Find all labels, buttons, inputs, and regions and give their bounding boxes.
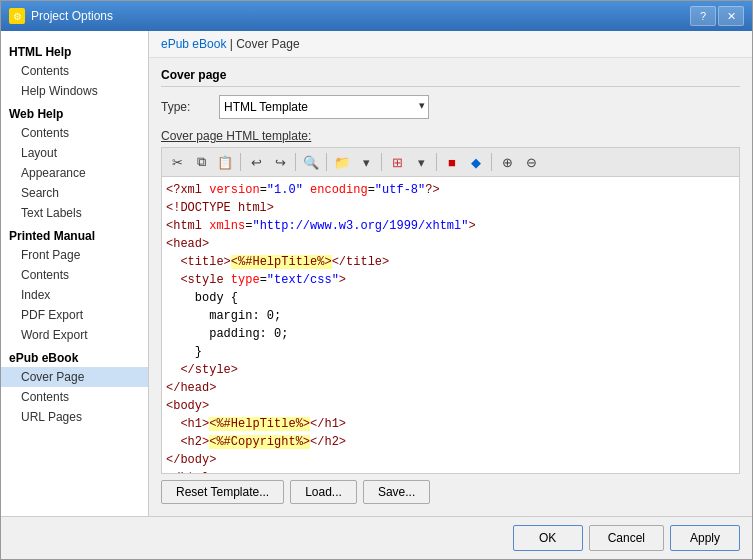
toolbar-paste[interactable]: 📋 — [214, 151, 236, 173]
code-toolbar: ✂ ⧉ 📋 ↩ ↪ 🔍 📁 ▾ ⊞ ▾ ■ ◆ — [161, 147, 740, 176]
sidebar-item-url-pages[interactable]: URL Pages — [1, 407, 148, 427]
footer: OK Cancel Apply — [1, 516, 752, 559]
type-select[interactable]: HTML Template — [219, 95, 429, 119]
cancel-button[interactable]: Cancel — [589, 525, 664, 551]
toolbar-diamond[interactable]: ◆ — [465, 151, 487, 173]
sidebar: HTML Help Contents Help Windows Web Help… — [1, 31, 149, 516]
sidebar-group-epub: ePub eBook — [1, 345, 148, 367]
sidebar-item-appearance[interactable]: Appearance — [1, 163, 148, 183]
ok-button[interactable]: OK — [513, 525, 583, 551]
app-icon: ⚙ — [9, 8, 25, 24]
type-label: Type: — [161, 100, 211, 114]
tb-sep-4 — [381, 153, 382, 171]
tb-sep-5 — [436, 153, 437, 171]
code-container[interactable]: <?xml version="1.0" encoding="utf-8"?> <… — [161, 176, 740, 474]
sidebar-item-epub-contents[interactable]: Contents — [1, 387, 148, 407]
tb-sep-2 — [295, 153, 296, 171]
toolbar-redo[interactable]: ↪ — [269, 151, 291, 173]
title-bar-buttons: ? ✕ — [690, 6, 744, 26]
load-button[interactable]: Load... — [290, 480, 357, 504]
sidebar-item-cover-page[interactable]: Cover Page — [1, 367, 148, 387]
sidebar-item-search[interactable]: Search — [1, 183, 148, 203]
sidebar-item-help-windows[interactable]: Help Windows — [1, 81, 148, 101]
sidebar-group-printed-manual: Printed Manual — [1, 223, 148, 245]
breadcrumb-parent[interactable]: ePub eBook — [161, 37, 226, 51]
reset-template-button[interactable]: Reset Template... — [161, 480, 284, 504]
sidebar-group-html-help: HTML Help — [1, 39, 148, 61]
window-title: Project Options — [31, 9, 684, 23]
sidebar-item-text-labels[interactable]: Text Labels — [1, 203, 148, 223]
template-buttons: Reset Template... Load... Save... — [161, 474, 740, 506]
sidebar-item-pdf-export[interactable]: PDF Export — [1, 305, 148, 325]
title-bar: ⚙ Project Options ? ✕ — [1, 1, 752, 31]
sidebar-group-web-help: Web Help — [1, 101, 148, 123]
toolbar-zoom-out[interactable]: ⊖ — [520, 151, 542, 173]
sidebar-item-html-contents[interactable]: Contents — [1, 61, 148, 81]
sidebar-item-word-export[interactable]: Word Export — [1, 325, 148, 345]
toolbar-find[interactable]: 🔍 — [300, 151, 322, 173]
save-button[interactable]: Save... — [363, 480, 430, 504]
main-content: HTML Help Contents Help Windows Web Help… — [1, 31, 752, 516]
sidebar-item-printed-contents[interactable]: Contents — [1, 265, 148, 285]
toolbar-undo[interactable]: ↩ — [245, 151, 267, 173]
toolbar-zoom-in[interactable]: ⊕ — [496, 151, 518, 173]
close-button[interactable]: ✕ — [718, 6, 744, 26]
section-title: Cover page — [161, 68, 740, 87]
toolbar-open-dropdown[interactable]: ▾ — [355, 151, 377, 173]
sidebar-item-front-page[interactable]: Front Page — [1, 245, 148, 265]
main-window: ⚙ Project Options ? ✕ HTML Help Contents… — [0, 0, 753, 560]
tb-sep-1 — [240, 153, 241, 171]
template-label: Cover page HTML template: — [161, 129, 740, 143]
toolbar-grid-dropdown[interactable]: ▾ — [410, 151, 432, 173]
toolbar-grid[interactable]: ⊞ — [386, 151, 408, 173]
help-button[interactable]: ? — [690, 6, 716, 26]
toolbar-open[interactable]: 📁 — [331, 151, 353, 173]
tb-sep-6 — [491, 153, 492, 171]
sidebar-item-web-contents[interactable]: Contents — [1, 123, 148, 143]
sidebar-item-index[interactable]: Index — [1, 285, 148, 305]
code-area: <?xml version="1.0" encoding="utf-8"?> <… — [162, 177, 739, 474]
tb-sep-3 — [326, 153, 327, 171]
type-select-wrapper: HTML Template — [219, 95, 429, 119]
right-panel: ePub eBook | Cover Page Cover page Type:… — [149, 31, 752, 516]
panel-content: Cover page Type: HTML Template Cover pag… — [149, 58, 752, 516]
apply-button[interactable]: Apply — [670, 525, 740, 551]
breadcrumb-current: Cover Page — [236, 37, 299, 51]
breadcrumb: ePub eBook | Cover Page — [149, 31, 752, 58]
toolbar-red[interactable]: ■ — [441, 151, 463, 173]
type-row: Type: HTML Template — [161, 95, 740, 119]
toolbar-copy[interactable]: ⧉ — [190, 151, 212, 173]
sidebar-item-layout[interactable]: Layout — [1, 143, 148, 163]
toolbar-cut[interactable]: ✂ — [166, 151, 188, 173]
